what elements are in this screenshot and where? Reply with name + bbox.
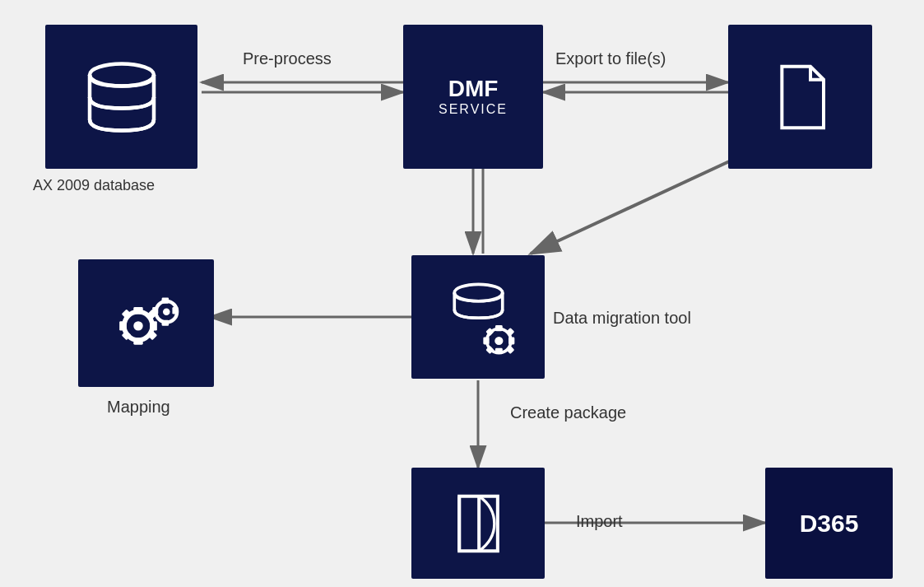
svg-rect-24 [495, 325, 502, 331]
svg-rect-19 [152, 307, 158, 314]
dmt-icon [435, 278, 522, 356]
svg-rect-18 [161, 319, 169, 325]
open-door-icon [448, 491, 509, 557]
pre-process-label: Pre-process [243, 49, 332, 68]
svg-rect-11 [121, 309, 131, 319]
svg-point-6 [133, 321, 142, 330]
svg-rect-20 [172, 307, 178, 314]
svg-rect-17 [161, 297, 169, 303]
dmt-center-box [411, 255, 545, 379]
open-box [411, 468, 545, 579]
svg-rect-7 [133, 307, 142, 314]
file-box [728, 25, 872, 169]
diagram-container: AX 2009 database DMF SERVICE Pre-process… [0, 0, 924, 587]
svg-rect-8 [133, 338, 142, 345]
mapping-label: Mapping [107, 398, 170, 417]
mapping-box [78, 259, 214, 387]
data-migration-label: Data migration tool [553, 309, 691, 328]
gears-icon [105, 287, 188, 361]
dmf-label: DMF [448, 77, 499, 102]
d365-label: D365 [800, 510, 859, 538]
database-icon [85, 60, 159, 134]
svg-point-16 [163, 308, 170, 315]
file-icon [772, 64, 829, 130]
service-label: SERVICE [439, 102, 508, 117]
svg-rect-25 [495, 347, 502, 353]
export-label: Export to file(s) [555, 49, 666, 68]
svg-rect-30 [506, 345, 514, 353]
ax-database-box [45, 25, 197, 169]
svg-rect-9 [119, 321, 127, 330]
svg-rect-27 [508, 337, 514, 344]
import-label: Import [576, 512, 623, 531]
svg-point-23 [495, 336, 503, 344]
d365-box: D365 [765, 468, 893, 579]
svg-rect-29 [506, 327, 514, 335]
svg-rect-10 [150, 321, 157, 330]
arrow-diagonal [531, 152, 749, 254]
ax-database-label: AX 2009 database [33, 177, 155, 194]
create-package-label: Create package [510, 403, 626, 422]
dmf-service-box: DMF SERVICE [403, 25, 543, 169]
svg-rect-26 [483, 337, 489, 344]
